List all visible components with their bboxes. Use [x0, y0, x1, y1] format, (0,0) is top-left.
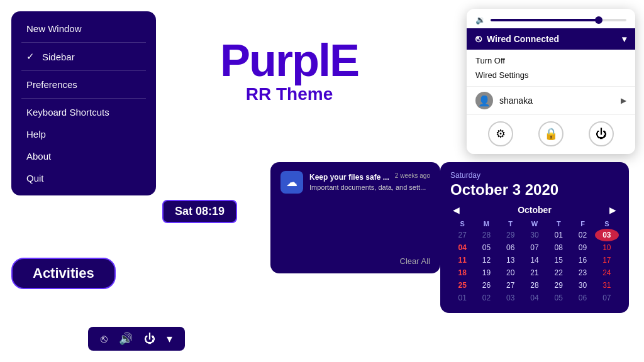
cal-day-cell[interactable]: 02: [570, 229, 594, 241]
cal-week-row: 04050607080910: [450, 241, 619, 254]
notification-panel: ☁ Keep your files safe ... 2 weeks ago I…: [270, 162, 440, 273]
cal-day-cell[interactable]: 11: [450, 254, 474, 266]
power-button[interactable]: ⏻: [589, 121, 614, 146]
app-menu: New Window Sidebar Preferences Keyboard …: [11, 11, 156, 195]
network-wired-icon: ⎋: [475, 33, 482, 45]
cal-day-cell[interactable]: 05: [547, 292, 570, 304]
network-left: ⎋ Wired Connected: [475, 33, 559, 45]
menu-item-keyboard-shortcuts[interactable]: Keyboard Shortcuts: [11, 101, 156, 123]
cal-day-cell[interactable]: 04: [523, 292, 547, 304]
cal-day-cell[interactable]: 03: [595, 229, 619, 241]
taskbar-power-icon[interactable]: ⏻: [144, 332, 155, 346]
cal-day-cell[interactable]: 25: [450, 279, 474, 292]
cal-day-label: Saturday: [450, 171, 619, 180]
tray-user[interactable]: 👤 shanaka ▶: [467, 86, 635, 114]
cal-week-row: 11121314151617: [450, 254, 619, 266]
cal-day-cell[interactable]: 07: [595, 292, 619, 304]
network-dropdown-icon[interactable]: ▾: [622, 34, 626, 44]
cal-day-cell[interactable]: 16: [570, 254, 594, 266]
cal-day-cell[interactable]: 02: [474, 292, 498, 304]
cal-day-cell[interactable]: 06: [499, 241, 523, 254]
tray-network[interactable]: ⎋ Wired Connected ▾: [467, 28, 635, 50]
cal-prev-button[interactable]: ◀: [450, 205, 462, 215]
user-avatar: 👤: [475, 92, 493, 109]
cal-day-header: W: [523, 219, 547, 229]
cal-day-cell[interactable]: 24: [595, 266, 619, 279]
cal-week-row: 27282930010203: [450, 229, 619, 241]
cal-day-cell[interactable]: 30: [523, 229, 547, 241]
cal-day-cell[interactable]: 06: [570, 292, 594, 304]
clear-all-button[interactable]: Clear All: [280, 256, 430, 266]
cal-day-cell[interactable]: 31: [595, 279, 619, 292]
menu-item-about[interactable]: About: [11, 145, 156, 167]
notif-item: ☁ Keep your files safe ... 2 weeks ago I…: [280, 171, 430, 194]
cal-day-header: S: [595, 219, 619, 229]
cal-day-cell[interactable]: 28: [523, 279, 547, 292]
cal-day-cell[interactable]: 09: [570, 241, 594, 254]
menu-item-new-window[interactable]: New Window: [11, 18, 156, 40]
cal-day-cell[interactable]: 28: [474, 229, 498, 241]
taskbar-volume-icon[interactable]: 🔊: [119, 332, 133, 346]
cal-day-cell[interactable]: 27: [450, 229, 474, 241]
cal-day-cell[interactable]: 17: [595, 254, 619, 266]
cal-day-cell[interactable]: 30: [570, 279, 594, 292]
menu-divider-2: [21, 70, 146, 71]
volume-fill: [491, 19, 599, 21]
notif-title: Keep your files safe ...: [309, 173, 389, 182]
turn-off-item[interactable]: Turn Off: [475, 53, 626, 68]
title-sub: RR Theme: [170, 84, 409, 104]
notif-content: Keep your files safe ... 2 weeks ago Imp…: [309, 171, 430, 191]
notif-body: Important documents, data, and sett...: [309, 184, 430, 191]
cal-next-button[interactable]: ▶: [607, 205, 619, 215]
title-area: PurplE RR Theme: [170, 38, 409, 104]
tray-actions: Turn Off Wired Settings: [467, 50, 635, 86]
cal-day-cell[interactable]: 22: [547, 266, 570, 279]
menu-item-quit[interactable]: Quit: [11, 167, 156, 189]
menu-item-preferences[interactable]: Preferences: [11, 74, 156, 96]
menu-item-help[interactable]: Help: [11, 123, 156, 145]
activities-button[interactable]: Activities: [11, 258, 116, 289]
user-name: shanaka: [499, 96, 614, 106]
settings-button[interactable]: ⚙: [488, 121, 513, 146]
menu-item-sidebar[interactable]: Sidebar: [11, 45, 156, 68]
cal-day-cell[interactable]: 19: [474, 266, 498, 279]
wired-settings-item[interactable]: Wired Settings: [475, 68, 626, 82]
cal-day-cell[interactable]: 01: [450, 292, 474, 304]
menu-divider-3: [21, 98, 146, 99]
cal-day-cell[interactable]: 27: [499, 279, 523, 292]
cal-day-cell[interactable]: 10: [595, 241, 619, 254]
cal-day-cell[interactable]: 05: [474, 241, 498, 254]
user-arrow-icon: ▶: [621, 96, 626, 105]
network-label: Wired Connected: [487, 34, 559, 44]
cal-week-row: 18192021222324: [450, 266, 619, 279]
cal-day-cell[interactable]: 21: [523, 266, 547, 279]
cal-day-cell[interactable]: 29: [499, 229, 523, 241]
cal-day-cell[interactable]: 26: [474, 279, 498, 292]
cal-day-cell[interactable]: 14: [523, 254, 547, 266]
cal-day-header: T: [499, 219, 523, 229]
cal-day-cell[interactable]: 23: [570, 266, 594, 279]
taskbar-arrow-icon[interactable]: ▾: [167, 332, 172, 346]
cal-day-cell[interactable]: 12: [474, 254, 498, 266]
tray-volume-bar: 🔉: [467, 9, 635, 28]
cal-day-cell[interactable]: 15: [547, 254, 570, 266]
cal-day-cell[interactable]: 20: [499, 266, 523, 279]
lock-button[interactable]: 🔒: [538, 121, 564, 146]
cal-day-cell[interactable]: 29: [547, 279, 570, 292]
clock-badge[interactable]: Sat 08:19: [162, 200, 237, 223]
cal-day-cell[interactable]: 13: [499, 254, 523, 266]
cal-day-cell[interactable]: 04: [450, 241, 474, 254]
menu-divider-1: [21, 42, 146, 43]
cal-day-cell[interactable]: 01: [547, 229, 570, 241]
cal-month-nav: ◀ October ▶: [450, 205, 619, 215]
cal-week-row: 01020304050607: [450, 292, 619, 304]
taskbar-network-icon[interactable]: ⎋: [101, 332, 108, 346]
title-main: PurplE: [170, 38, 409, 83]
calendar-panel: Saturday October 3 2020 ◀ October ▶ SMTW…: [440, 162, 629, 313]
cal-day-cell[interactable]: 07: [523, 241, 547, 254]
cal-day-cell[interactable]: 18: [450, 266, 474, 279]
volume-slider[interactable]: [491, 19, 626, 21]
cal-day-cell[interactable]: 03: [499, 292, 523, 304]
cal-day-header: F: [570, 219, 594, 229]
cal-day-cell[interactable]: 08: [547, 241, 570, 254]
